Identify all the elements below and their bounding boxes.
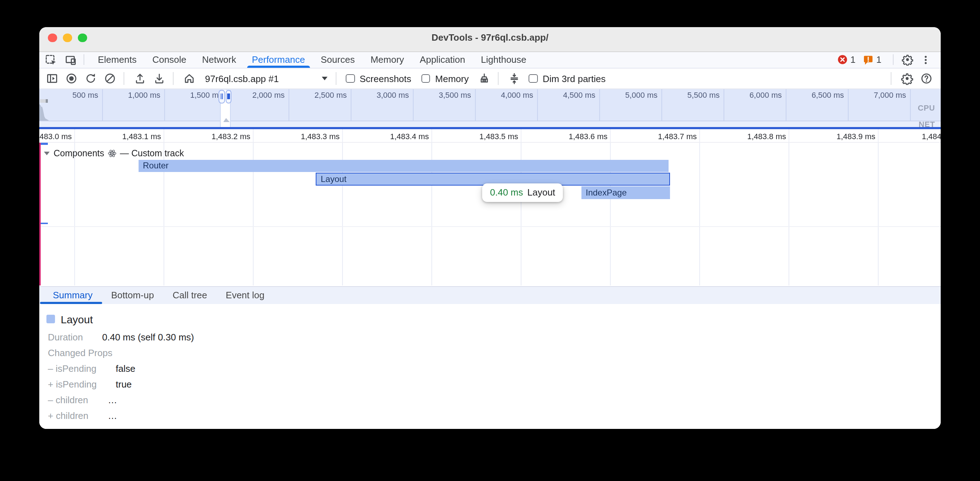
overview-gridline bbox=[785, 89, 786, 121]
error-count: 1 bbox=[850, 55, 855, 65]
ruler-tick-label: 1,483.9 ms bbox=[824, 132, 875, 140]
overview-gridline bbox=[599, 89, 600, 121]
details-tabbar: Summary Bottom-up Call tree Event log bbox=[39, 286, 941, 304]
screenshots-label: Screenshots bbox=[360, 73, 411, 84]
help-icon bbox=[920, 72, 933, 85]
ruler-tick-label: 1,483.1 ms bbox=[110, 132, 161, 140]
performance-toolbar: 97r6ql.csb.app #1 Screenshots Memory bbox=[39, 68, 941, 89]
home-button[interactable] bbox=[181, 70, 198, 87]
devtools-tab[interactable]: Lighthouse bbox=[473, 52, 534, 68]
memory-checkbox[interactable]: Memory bbox=[422, 73, 469, 84]
cpu-band-label: CPU bbox=[918, 103, 935, 112]
overview-gridline bbox=[723, 89, 724, 121]
divider bbox=[84, 55, 84, 65]
active-details-tab-underline bbox=[40, 302, 102, 304]
details-tab[interactable]: Event log bbox=[216, 287, 274, 304]
net-band bbox=[39, 121, 941, 127]
settings-button[interactable] bbox=[898, 52, 916, 68]
tooltip-duration: 0.40 ms bbox=[490, 187, 523, 198]
prop-value: … bbox=[108, 392, 117, 408]
devtools-tab[interactable]: Network bbox=[194, 52, 244, 68]
details-tab[interactable]: Summary bbox=[44, 287, 102, 304]
selection-left-handle[interactable] bbox=[219, 90, 224, 103]
details-tab[interactable]: Bottom-up bbox=[102, 287, 163, 304]
load-profile-button[interactable] bbox=[131, 70, 149, 87]
ruler-gridline bbox=[609, 129, 610, 142]
checkbox bbox=[528, 74, 538, 83]
divider bbox=[893, 55, 894, 65]
collect-garbage-button[interactable] bbox=[476, 70, 493, 87]
active-tab-underline bbox=[247, 65, 310, 68]
screen: DevTools - 97r6ql.csb.app/ bbox=[0, 0, 980, 481]
titlebar[interactable]: DevTools - 97r6ql.csb.app/ bbox=[39, 27, 941, 52]
compress-icon bbox=[508, 72, 521, 85]
devtools-tab[interactable]: Elements bbox=[90, 52, 144, 68]
changed-props-list: – isPending false + isPending true – chi… bbox=[39, 361, 941, 424]
devtools-tab[interactable]: Application bbox=[412, 52, 473, 68]
overview-gridline bbox=[412, 89, 413, 121]
atom-icon bbox=[108, 149, 116, 158]
device-toolbar-button[interactable] bbox=[62, 52, 79, 68]
history-select[interactable]: 97r6ql.csb.app #1 bbox=[202, 72, 331, 85]
record-and-reload-button[interactable] bbox=[82, 70, 99, 87]
flame-bar[interactable]: IndexPage bbox=[581, 186, 670, 199]
ruler-tick-label: 1,483.2 ms bbox=[199, 132, 250, 140]
more-options-button[interactable] bbox=[916, 52, 935, 68]
console-errors-badge[interactable]: 1 bbox=[837, 55, 855, 65]
devtools-tab[interactable]: Console bbox=[144, 52, 194, 68]
overview-selection-window[interactable] bbox=[219, 90, 231, 127]
issues-badge[interactable]: 1 bbox=[863, 55, 881, 65]
overview-gridline bbox=[848, 89, 848, 121]
error-icon bbox=[837, 55, 848, 65]
devtools-tab[interactable]: Performance bbox=[244, 52, 313, 68]
shortcuts-dialog-button[interactable] bbox=[506, 70, 523, 87]
save-profile-button[interactable] bbox=[151, 70, 168, 87]
ruler-gridline bbox=[520, 129, 521, 142]
devtools-tab[interactable]: Memory bbox=[363, 52, 412, 68]
flame-bar[interactable]: Router bbox=[138, 159, 668, 172]
overview-tick-label: 500 ms bbox=[47, 90, 98, 99]
dim-3rd-parties-checkbox[interactable]: Dim 3rd parties bbox=[528, 73, 605, 84]
performance-tooltip: 0.40 ms Layout bbox=[482, 183, 563, 202]
selection-right-handle[interactable] bbox=[225, 90, 231, 103]
track-suffix: — Custom track bbox=[120, 148, 184, 159]
download-icon bbox=[153, 72, 166, 85]
screenshots-checkbox[interactable]: Screenshots bbox=[346, 73, 411, 84]
flame-gridline bbox=[74, 143, 75, 286]
prop-name: – children bbox=[48, 395, 88, 405]
flame-chart[interactable]: Components — Custom track Router L bbox=[39, 143, 941, 286]
gear-icon bbox=[901, 72, 913, 85]
components-track-header[interactable]: Components — Custom track bbox=[44, 148, 184, 159]
history-select-value: 97r6ql.csb.app #1 bbox=[205, 73, 279, 84]
track-bottom-line bbox=[39, 226, 941, 227]
details-tabs: Summary Bottom-up Call tree Event log bbox=[44, 287, 274, 304]
toggle-sidebar-button[interactable] bbox=[44, 70, 61, 87]
ruler-tick-label: 1,483.8 ms bbox=[735, 132, 786, 140]
timeline-ruler[interactable]: 1,483.0 ms1,483.1 ms1,483.2 ms1,483.3 ms… bbox=[39, 129, 941, 143]
overview-tick-label: 1,000 ms bbox=[109, 90, 161, 99]
home-icon bbox=[183, 72, 196, 85]
gear-icon bbox=[901, 54, 913, 66]
timeline-overview[interactable]: 500 ms 1,000 ms 1,500 ms 2,000 m bbox=[39, 89, 941, 127]
capture-settings-button[interactable] bbox=[899, 70, 916, 87]
devtools-tab[interactable]: Sources bbox=[313, 52, 363, 68]
inspect-icon bbox=[44, 54, 57, 67]
ruler-gridline bbox=[163, 129, 164, 142]
summary-panel: Layout Duration 0.40 ms (self 0.30 ms) C… bbox=[39, 304, 941, 429]
record-button[interactable] bbox=[63, 70, 80, 87]
details-tab[interactable]: Call tree bbox=[163, 287, 216, 304]
divider bbox=[891, 72, 891, 85]
checkbox bbox=[346, 74, 355, 83]
clear-button[interactable] bbox=[102, 70, 119, 87]
flame-gridline bbox=[878, 143, 878, 286]
caret-down-icon bbox=[321, 76, 328, 81]
panel-tabs: Elements Console Network Perform bbox=[90, 52, 534, 68]
issue-count: 1 bbox=[877, 55, 881, 65]
flame-bar-label: Router bbox=[138, 161, 169, 171]
inspect-element-button[interactable] bbox=[42, 52, 59, 68]
overview-tick-label: 6,500 ms bbox=[792, 90, 844, 99]
overview-tick-label: 3,500 ms bbox=[420, 90, 471, 99]
feedback-help-button[interactable] bbox=[918, 70, 935, 87]
ruler-tick-label: 1,483.4 ms bbox=[377, 132, 429, 140]
changed-prop-row: – children … bbox=[48, 392, 941, 408]
